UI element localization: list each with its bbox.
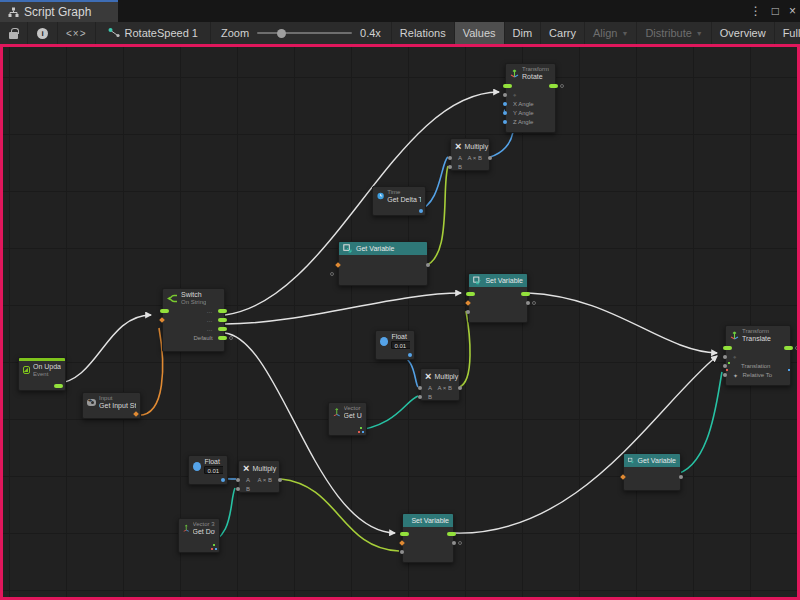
edge-flow-switch-to-setvariable-bottom [225,333,395,533]
flow-output-port[interactable] [218,318,227,322]
info-button[interactable]: i [28,22,58,44]
node-float-bottom[interactable]: Float 0.01 [188,455,228,485]
flow-output-port[interactable] [549,84,558,88]
float-output-port[interactable] [221,478,225,482]
edge-flow-onupdate-to-switch [55,315,151,384]
value-input-port[interactable] [400,550,404,554]
b-input-port[interactable] [236,487,240,491]
target-input-port[interactable] [503,93,507,97]
flow-output-port[interactable] [218,309,227,313]
float-output-port[interactable] [408,353,412,357]
node-get-down[interactable]: Vector 3 Get Down [178,518,220,553]
float-icon [380,337,388,346]
variable-name-port[interactable] [620,474,626,480]
string-output-port[interactable] [133,411,139,417]
translation-input-port[interactable] [723,364,727,368]
b-input-port[interactable] [448,165,452,169]
node-multiply-top[interactable]: ×Multiply AA × B B [450,138,490,171]
z-angle-port[interactable] [503,120,507,124]
overview-button[interactable]: Overview [712,22,775,44]
node-get-input-string[interactable]: Input Get Input String [82,392,141,419]
node-get-variable-top[interactable]: Get Variable [338,241,428,286]
window-menu-icon[interactable]: ⋮ [750,4,762,18]
a-input-port[interactable] [236,478,240,482]
graph-breadcrumb[interactable]: RotateSpeed 1 [96,22,211,44]
dim-button[interactable]: Dim [505,22,542,44]
flow-output-port[interactable] [54,384,63,388]
value-input-port[interactable] [466,310,470,314]
fit-view-button[interactable]: <×> [58,22,96,44]
distribute-button[interactable]: Distribute▼ [637,22,711,44]
flow-output-port[interactable] [521,292,530,296]
y-angle-port[interactable] [503,111,507,115]
node-title: Multiply [252,465,276,472]
node-title: Get Variable [638,457,676,464]
variable-name-port[interactable] [465,300,471,306]
close-icon[interactable]: × [789,4,796,18]
node-get-up[interactable]: Vector 3 Get Up [328,402,367,436]
zoom-slider-thumb[interactable] [277,29,286,38]
node-float-top[interactable]: Float 0.01 [375,330,415,360]
value-output-port[interactable] [526,301,530,305]
vector3-output-port[interactable] [358,427,364,433]
relations-button[interactable]: Relations [392,22,455,44]
float-value-field[interactable]: 0.01 [204,466,223,474]
unconnected-port-ring [532,301,536,305]
node-set-variable-bottom[interactable]: Set Variable [402,513,454,563]
zoom-slider[interactable] [257,32,352,34]
node-subtitle: Event [33,371,61,378]
a-input-port[interactable] [448,156,452,160]
flow-output-port[interactable] [218,327,227,331]
maximize-icon[interactable]: □ [772,4,779,18]
b-input-port[interactable] [418,395,422,399]
flow-input-port[interactable] [503,84,512,88]
x-angle-port[interactable] [503,102,507,106]
a-input-port[interactable] [418,386,422,390]
node-switch-on-string[interactable]: Switch On String … … … Default [162,288,225,352]
value-output-port[interactable] [452,541,456,545]
target-input-port[interactable] [723,355,727,359]
node-set-variable-mid[interactable]: Set Variable [468,273,528,323]
node-subtitle: On String [181,299,206,306]
result-output-port[interactable] [458,386,462,390]
align-button[interactable]: Align▼ [585,22,637,44]
chevron-down-icon: ▼ [696,30,703,37]
flow-output-port[interactable] [218,336,227,340]
node-multiply-mid[interactable]: ×Multiply AA × B B [420,368,460,401]
node-get-variable-right[interactable]: Get Variable [623,453,681,491]
string-input-port[interactable] [159,318,165,324]
flow-input-port[interactable] [160,309,169,313]
node-get-delta-time[interactable]: Time Get Delta Time [372,186,426,216]
flow-input-port[interactable] [466,292,475,296]
carry-button[interactable]: Carry [541,22,585,44]
relative-to-input-port[interactable] [723,373,727,377]
node-category: Vector 3 [344,405,363,412]
lock-button[interactable] [0,22,28,44]
float-value-field[interactable]: 0.01 [391,341,410,349]
flow-input-port[interactable] [723,346,732,350]
float-output-port[interactable] [419,209,423,213]
variable-name-port[interactable] [335,262,341,268]
graph-canvas[interactable]: On Update Event Input Get Input String [0,44,800,600]
on-update-icon [23,366,30,374]
values-button[interactable]: Values [455,22,505,44]
node-rotate[interactable]: Transform Rotate ⌖ X Angle Y Angle Z Ang… [505,63,556,133]
flow-output-port[interactable] [447,532,456,536]
flow-output-port[interactable] [784,346,793,350]
title-bar: Script Graph ⋮ □ × [0,0,800,22]
result-output-port[interactable] [278,478,282,482]
node-category: Transform [742,328,771,335]
node-translate[interactable]: Transform Translate ⌖ Translation ✦ Rela… [725,325,791,386]
value-output-port[interactable] [679,475,683,479]
graph-canvas-content[interactable]: On Update Event Input Get Input String [3,47,797,597]
fullscreen-button[interactable]: Full Screen [775,22,800,44]
result-output-port[interactable] [488,156,492,160]
flow-input-port[interactable] [400,532,409,536]
node-on-update[interactable]: On Update Event [18,357,66,391]
tab-script-graph[interactable]: Script Graph [0,0,118,22]
node-multiply-bottom[interactable]: ×Multiply AA × B B [238,460,280,493]
vector3-output-port[interactable] [211,544,217,550]
node-title: Translate [742,335,771,343]
variable-name-port[interactable] [399,540,405,546]
value-output-port[interactable] [426,263,430,267]
